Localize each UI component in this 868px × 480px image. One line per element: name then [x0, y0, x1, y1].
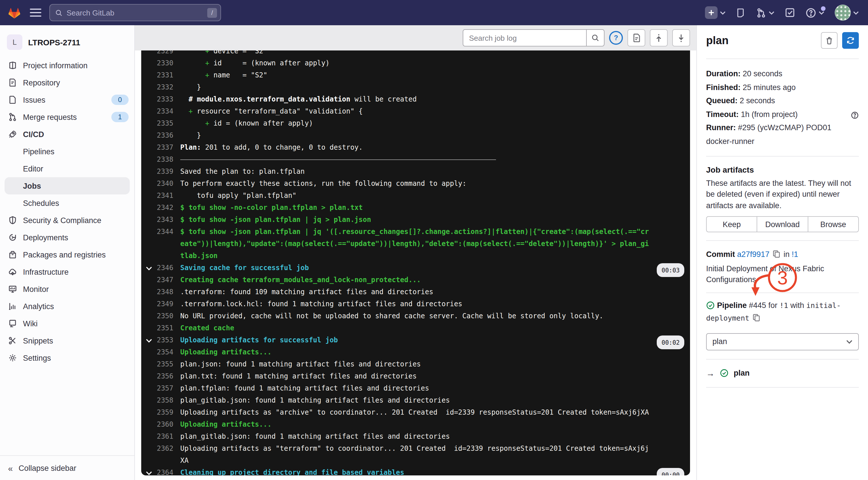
sidebar-item-label: Schedules [23, 199, 129, 207]
log-line-number[interactable]: 2343 [154, 214, 174, 226]
sidebar-item-jobs[interactable]: Jobs [5, 177, 130, 195]
log-line-number[interactable]: 2362 [154, 443, 174, 467]
log-line-number[interactable]: 2353 [154, 334, 174, 346]
timeout-help-icon[interactable] [851, 110, 859, 123]
gitlab-logo[interactable] [7, 5, 22, 20]
keep-artifacts-button[interactable]: Keep [706, 216, 757, 232]
log-line-number[interactable]: 2355 [154, 358, 174, 371]
copy-commit-sha-icon[interactable] [773, 250, 780, 261]
job-log[interactable]: 2329 + device = "S2"2330 + id = (known a… [141, 50, 690, 475]
log-line-number[interactable]: 2346 [154, 262, 174, 274]
log-line-number[interactable]: 2332 [154, 81, 174, 94]
log-line-number[interactable]: 2359 [154, 407, 174, 419]
collapse-sidebar-button[interactable]: « Collapse sidebar [0, 455, 134, 480]
log-line-number[interactable]: 2329 [154, 50, 174, 57]
scroll-to-top-button[interactable] [650, 29, 668, 46]
job-log-search-input[interactable]: Search job log [463, 29, 604, 46]
count-badge: 1 [112, 112, 129, 122]
pipeline-row: Pipeline #445 for !1 with initial-deploy… [706, 300, 859, 325]
sidebar-item-label: Repository [23, 78, 129, 87]
log-line-number[interactable]: 2354 [154, 346, 174, 358]
sidebar-item-schedules[interactable]: Schedules [0, 195, 134, 212]
log-line-text: plan.txt: found 1 matching artifact file… [180, 371, 650, 382]
sidebar-item-editor[interactable]: Editor [0, 160, 134, 177]
job-list-item[interactable]: → plan [706, 366, 859, 380]
merge-requests-button[interactable] [756, 7, 774, 18]
log-line-number[interactable]: 2330 [154, 57, 174, 69]
log-line-number[interactable]: 2331 [154, 69, 174, 81]
sidebar-item-ci-cd[interactable]: CI/CD [0, 126, 134, 143]
sidebar-item-settings[interactable]: Settings [0, 349, 134, 367]
download-artifacts-button[interactable]: Download [757, 216, 808, 232]
log-line-number[interactable]: 2349 [154, 298, 174, 310]
sidebar-item-snippets[interactable]: Snippets [0, 332, 134, 349]
sidebar-item-issues[interactable]: Issues0 [0, 91, 134, 108]
search-submit-button[interactable] [586, 30, 604, 46]
erase-job-log-button[interactable] [821, 32, 838, 49]
log-line-number[interactable]: 2347 [154, 274, 174, 286]
commit-sha-link[interactable]: a27f9917 [737, 250, 770, 259]
log-line-number[interactable]: 2335 [154, 117, 174, 130]
log-search-help-icon[interactable]: ? [609, 31, 623, 45]
sidebar-item-repository[interactable]: Repository [0, 74, 134, 91]
scroll-to-bottom-button[interactable] [672, 29, 690, 46]
log-line-number[interactable]: 2348 [154, 286, 174, 298]
sidebar-item-monitor[interactable]: Monitor [0, 280, 134, 298]
log-line-number[interactable]: 2333 [154, 94, 174, 105]
issues-button[interactable] [736, 7, 746, 18]
log-line-number[interactable]: 2360 [154, 419, 174, 431]
log-divider [180, 160, 496, 160]
log-line-number[interactable]: 2336 [154, 130, 174, 142]
menu-icon[interactable] [30, 9, 41, 16]
log-line-number[interactable]: 2337 [154, 142, 174, 154]
stage-dropdown[interactable]: plan [706, 333, 859, 350]
log-line-number[interactable]: 2351 [154, 322, 174, 334]
log-line-text: Saved the plan to: plan.tfplan [180, 166, 650, 178]
log-line-text: Created cache [180, 322, 650, 334]
collapse-section-icon[interactable] [141, 467, 154, 475]
log-line-number[interactable]: 2350 [154, 310, 174, 322]
commit-mr-link[interactable]: !1 [792, 250, 798, 259]
global-search-input[interactable]: Search GitLab / [50, 4, 221, 21]
sidebar-item-pipelines[interactable]: Pipelines [0, 143, 134, 160]
job-detail-timeout: Timeout: 1h (from project) [706, 107, 859, 121]
log-line-number[interactable]: 2356 [154, 371, 174, 382]
sidebar-item-deployments[interactable]: Deployments [0, 229, 134, 246]
log-line-number[interactable]: 2341 [154, 190, 174, 202]
log-line-number[interactable]: 2342 [154, 202, 174, 214]
sidebar-item-label: Editor [23, 164, 129, 173]
log-line-number[interactable]: 2344 [154, 226, 174, 262]
todos-button[interactable] [785, 7, 795, 18]
collapse-section-icon[interactable] [141, 334, 154, 346]
sidebar-item-merge-requests[interactable]: Merge requests1 [0, 108, 134, 126]
user-menu-button[interactable] [835, 5, 859, 21]
log-line-text: Uploading artifacts... [180, 346, 650, 358]
log-line-number[interactable]: 2338 [154, 154, 174, 166]
log-line-number[interactable]: 2340 [154, 178, 174, 190]
new-menu-button[interactable] [705, 6, 725, 19]
sidebar-project-header[interactable]: L LTROPS-2711 [0, 25, 134, 56]
sidebar-item-infrastructure[interactable]: Infrastructure [0, 263, 134, 280]
log-line-number[interactable]: 2364 [154, 467, 174, 475]
retry-job-button[interactable] [842, 32, 859, 49]
pipeline-number[interactable]: #445 [749, 301, 766, 309]
collapse-section-icon[interactable] [141, 262, 154, 274]
log-line-number[interactable]: 2357 [154, 382, 174, 395]
pipeline-mr-ref[interactable]: !1 [780, 301, 788, 309]
log-line-number[interactable]: 2361 [154, 431, 174, 443]
log-line: 2332 } [141, 81, 690, 94]
sidebar-item-packages-and-registries[interactable]: Packages and registries [0, 246, 134, 263]
log-line-number[interactable]: 2339 [154, 166, 174, 178]
job-title: plan [706, 35, 821, 46]
browse-artifacts-button[interactable]: Browse [807, 216, 859, 232]
sidebar-item-analytics[interactable]: Analytics [0, 298, 134, 315]
sidebar-item-wiki[interactable]: Wiki [0, 315, 134, 332]
copy-ref-icon[interactable] [753, 314, 760, 325]
log-line-number[interactable]: 2334 [154, 105, 174, 117]
sidebar-item-security-compliance[interactable]: Security & Compliance [0, 212, 134, 229]
show-raw-log-button[interactable] [627, 29, 645, 46]
question-icon [805, 7, 816, 18]
log-line-number[interactable]: 2358 [154, 395, 174, 407]
help-menu-button[interactable] [805, 7, 825, 18]
sidebar-item-project-information[interactable]: Project information [0, 57, 134, 74]
